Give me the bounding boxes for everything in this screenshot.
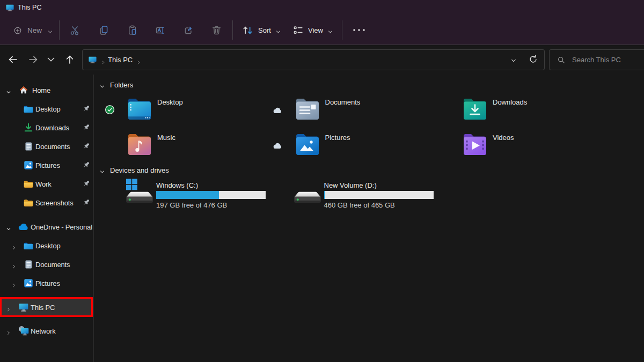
chevron-right-icon[interactable] <box>11 262 17 267</box>
section-header-folders[interactable]: Folders <box>99 80 133 89</box>
drive-usage-fill <box>324 191 325 199</box>
sidebar-item-label: Pictures <box>35 161 60 169</box>
sidebar-item-home[interactable]: Home <box>0 81 93 99</box>
share-button[interactable] <box>178 19 199 41</box>
chevron-down-icon <box>327 27 333 33</box>
breadcrumb-chevron-2[interactable] <box>136 57 141 62</box>
toolbar-separator <box>232 20 233 40</box>
network-icon <box>18 326 29 336</box>
address-dropdown-chevron[interactable] <box>510 56 517 63</box>
window-icon <box>5 3 14 12</box>
chevron-right-icon[interactable] <box>6 328 11 334</box>
more-options-button[interactable] <box>349 19 369 41</box>
sidebar-item-desktop[interactable]: Desktop <box>0 100 93 118</box>
sidebar-item-screenshots[interactable]: Screenshots <box>0 194 93 212</box>
folder-tile-pictures[interactable]: Pictures <box>267 128 428 163</box>
titlebar: This PC <box>0 0 644 16</box>
breadcrumb-chevron[interactable] <box>101 57 106 62</box>
chevron-right-icon[interactable] <box>11 280 17 286</box>
folder-tile-documents[interactable]: Documents <box>267 92 428 128</box>
pin-icon <box>82 142 91 151</box>
annotation-rectangle <box>0 297 93 317</box>
folder-tile-videos[interactable]: Videos <box>435 128 596 163</box>
sidebar-item-label: Network <box>31 327 56 335</box>
folder-tile-music[interactable]: Music <box>99 128 260 163</box>
downloads-icon <box>23 122 34 133</box>
more-icon <box>351 25 367 35</box>
chevron-down-icon[interactable] <box>6 224 11 230</box>
sidebar-item-label: Documents <box>35 261 70 269</box>
sidebar-item-label: Home <box>32 86 50 94</box>
this-pc-icon <box>88 55 97 64</box>
drive-icon <box>125 179 154 204</box>
cloud-status-icon <box>273 106 282 113</box>
toolbar-separator <box>342 20 342 40</box>
pin-icon <box>82 105 91 113</box>
search-box[interactable]: Search This PC <box>549 49 644 70</box>
delete-button[interactable] <box>206 19 227 41</box>
folder-tile-downloads[interactable]: Downloads <box>435 92 596 128</box>
back-button[interactable] <box>8 54 18 65</box>
sidebar-item-documents[interactable]: Documents <box>0 255 93 274</box>
rename-icon <box>155 25 166 36</box>
folder-tile-label: Music <box>157 134 175 142</box>
breadcrumb-this-pc[interactable]: This PC <box>108 56 133 64</box>
cut-button[interactable] <box>64 19 85 41</box>
onedrive-icon <box>18 223 29 231</box>
chevron-down-icon[interactable] <box>6 87 11 93</box>
forward-button[interactable] <box>28 54 39 65</box>
chevron-down-icon <box>99 82 105 88</box>
refresh-button[interactable] <box>529 55 538 64</box>
drive-usage-bar <box>324 191 434 199</box>
drive-name: New Volume (D:) <box>324 181 377 189</box>
search-icon <box>557 56 565 64</box>
paste-button[interactable] <box>121 19 143 41</box>
sidebar-item-downloads[interactable]: Downloads <box>0 119 93 137</box>
sidebar-item-work[interactable]: Work <box>0 175 93 193</box>
drive-usage-fill <box>156 191 219 199</box>
window-title: This PC <box>18 4 41 11</box>
navigation-bar: This PC Search This PC <box>0 45 644 75</box>
folder-tile-label: Pictures <box>325 134 350 142</box>
sort-icon <box>241 25 254 36</box>
sidebar-item-onedrive-personal[interactable]: OneDrive - Personal <box>0 218 93 236</box>
copy-button[interactable] <box>93 19 114 41</box>
sidebar-item-desktop[interactable]: Desktop <box>0 237 93 255</box>
folder-tile-label: Documents <box>325 98 361 106</box>
drive-tile-d[interactable]: New Volume (D:)460 GB free of 465 GB <box>267 178 428 212</box>
sidebar-item-pictures[interactable]: Pictures <box>0 274 93 292</box>
drive-tile-c[interactable]: Windows (C:)197 GB free of 476 GB <box>99 178 260 212</box>
up-button[interactable] <box>64 54 75 65</box>
desktop-icon <box>23 104 34 114</box>
folder-icon-desktop <box>127 98 152 121</box>
pin-icon <box>82 180 91 188</box>
file-explorer-window: This PC NewSortView This PC Search This … <box>0 0 644 362</box>
sidebar-item-network[interactable]: Network <box>0 322 93 340</box>
folder-tile-label: Desktop <box>157 98 183 106</box>
sidebar-item-documents[interactable]: Documents <box>0 137 93 156</box>
new-button[interactable]: New <box>13 16 53 45</box>
sidebar-item-label: Downloads <box>35 124 69 132</box>
rename-button[interactable] <box>149 19 171 41</box>
copy-icon <box>98 25 109 36</box>
section-header-devices[interactable]: Devices and drives <box>99 166 169 174</box>
recent-locations-chevron[interactable] <box>46 54 56 65</box>
cut-icon <box>69 25 80 36</box>
sidebar-item-label: Desktop <box>35 242 61 250</box>
pin-icon <box>82 198 91 207</box>
sort-button[interactable]: Sort <box>241 16 281 45</box>
view-label: View <box>308 26 323 34</box>
view-button[interactable]: View <box>292 16 333 45</box>
documents-icon <box>23 259 34 270</box>
drive-name: Windows (C:) <box>156 181 198 189</box>
folder-icon-downloads <box>463 98 487 121</box>
pin-icon <box>82 161 91 169</box>
toolbar-separator <box>59 20 60 40</box>
folder-tile-desktop[interactable]: Desktop <box>99 92 260 128</box>
chevron-down-icon <box>47 27 53 33</box>
navigation-pane: HomeDesktopDownloadsDocumentsPicturesWor… <box>0 75 93 362</box>
chevron-right-icon[interactable] <box>11 243 17 248</box>
drive-usage-bar <box>156 191 266 199</box>
sidebar-item-pictures[interactable]: Pictures <box>0 156 93 174</box>
address-bar[interactable]: This PC <box>82 49 545 70</box>
